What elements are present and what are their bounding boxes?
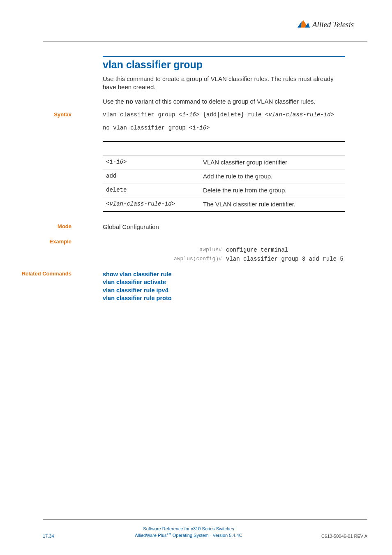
header-rule bbox=[43, 41, 367, 42]
param-0-name: <1-16> bbox=[106, 159, 127, 165]
syntax-label: Syntax bbox=[0, 111, 71, 118]
param-1-name: add bbox=[106, 173, 116, 179]
footer-c2b: TM bbox=[167, 532, 171, 536]
syntax-line-1: vlan classifier group <1-16> {add|delete… bbox=[103, 111, 367, 118]
ex0-prompt: awplus# bbox=[127, 247, 226, 253]
s1d: <vlan-class-rule-id> bbox=[265, 111, 334, 118]
param-3-desc: The VLAN classifier rule identifier. bbox=[200, 197, 345, 211]
related-link-1[interactable]: vlan classifier activate bbox=[103, 278, 367, 287]
related-link-0[interactable]: show vlan classifier rule bbox=[103, 271, 367, 279]
param-2-desc: Delete the rule from the group. bbox=[200, 183, 345, 197]
example-row-0: awplus# configure terminal bbox=[127, 247, 367, 253]
s2b: <1-16> bbox=[189, 125, 210, 131]
param-3-name: <vlan-class-rule-id> bbox=[106, 201, 175, 207]
ex1-prompt: awplus(config)# bbox=[127, 256, 226, 262]
parameter-table: <1-16> VLAN classifier group identifier … bbox=[103, 141, 345, 212]
s1a: vlan classifier group bbox=[103, 111, 179, 118]
ex0-cmd: configure terminal bbox=[226, 247, 288, 253]
footer-c1: Software Reference for x310 Series Switc… bbox=[76, 526, 302, 532]
param-1-desc: Add the rule to the group. bbox=[200, 169, 345, 183]
intro-p2-no: no bbox=[126, 98, 133, 105]
footer-center: Software Reference for x310 Series Switc… bbox=[76, 526, 302, 539]
footer-c2c: Operating System - Version 5.4.4C bbox=[171, 533, 242, 538]
related-link-2[interactable]: vlan classifier rule ipv4 bbox=[103, 287, 367, 295]
mode-label: Mode bbox=[0, 223, 71, 229]
page-title: vlan classifier group bbox=[103, 59, 367, 71]
related-label: Related Commands bbox=[0, 271, 71, 277]
related-commands: show vlan classifier rule vlan classifie… bbox=[103, 271, 367, 303]
intro-p1: Use this command to create a group of VL… bbox=[103, 75, 341, 92]
intro-p2: Use the no variant of this command to de… bbox=[103, 97, 341, 106]
related-link-3[interactable]: vlan classifier rule proto bbox=[103, 294, 367, 303]
ex1-cmd: vlan classifier group 3 add rule 5 bbox=[226, 256, 344, 262]
example-label: Example bbox=[0, 238, 71, 245]
page-footer: 17.34 Software Reference for x310 Series… bbox=[43, 526, 367, 539]
footer-right: C613-50046-01 REV A bbox=[302, 534, 367, 539]
page-number: 17.34 bbox=[43, 534, 76, 539]
intro-p2c: variant of this command to delete a grou… bbox=[133, 98, 316, 105]
param-2-name: delete bbox=[106, 187, 127, 193]
brand-logo: Allied Telesis bbox=[297, 18, 367, 32]
footer-rule bbox=[43, 519, 367, 520]
param-0-desc: VLAN classifier group identifier bbox=[200, 155, 345, 169]
intro-p2a: Use the bbox=[103, 98, 126, 105]
example-row-1: awplus(config)# vlan classifier group 3 … bbox=[127, 256, 367, 262]
s2a: no vlan classifier group bbox=[103, 125, 189, 131]
footer-c2a: AlliedWare Plus bbox=[135, 533, 166, 538]
title-rule bbox=[103, 56, 345, 57]
s1b: <1-16> bbox=[179, 111, 199, 118]
footer-c2: AlliedWare PlusTM Operating System - Ver… bbox=[76, 532, 302, 539]
s1c: {add|delete} rule bbox=[199, 111, 265, 118]
mode-value: Global Configuration bbox=[103, 223, 367, 230]
syntax-line-2: no vlan classifier group <1-16> bbox=[103, 125, 367, 131]
svg-text:Allied Telesis: Allied Telesis bbox=[311, 20, 354, 29]
